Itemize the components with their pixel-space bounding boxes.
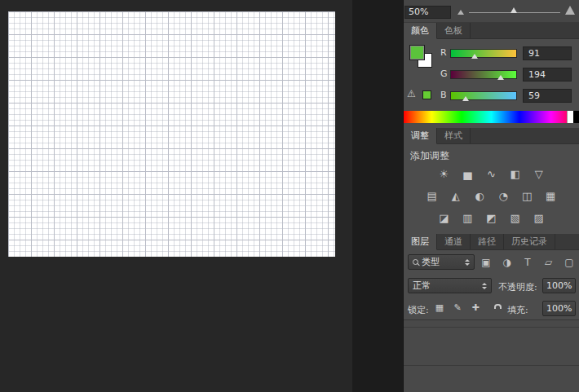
filter-shape-layers-icon[interactable]: ▱ xyxy=(541,257,556,268)
channel-mixer-icon[interactable]: ◫ xyxy=(520,190,533,203)
color-lookup-icon[interactable]: ▦ xyxy=(544,190,557,203)
layers-list[interactable] xyxy=(404,319,579,392)
blend-mode-value: 正常 xyxy=(413,280,479,292)
filter-search-icon xyxy=(413,259,418,265)
color-panel-tabbar: 颜色 色板 xyxy=(404,23,579,39)
hue-saturation-icon[interactable]: ▤ xyxy=(426,190,439,203)
channel-slider-thumb[interactable] xyxy=(471,54,478,59)
opacity-field[interactable]: 100% xyxy=(542,278,576,293)
tab-swatches[interactable]: 色板 xyxy=(437,23,471,38)
fill-label: 填充: xyxy=(507,304,528,316)
zoom-in-icon[interactable] xyxy=(565,6,575,15)
curves-icon[interactable]: ∿ xyxy=(485,168,498,181)
black-white-icon[interactable]: ◐ xyxy=(473,190,486,203)
lock-icon-group: ▦ ✎ ✚ xyxy=(434,301,499,315)
color-balance-icon[interactable]: ◭ xyxy=(449,190,462,203)
spectrum-white-swatch[interactable] xyxy=(567,111,573,123)
opacity-label: 不透明度: xyxy=(498,281,537,293)
filter-adjustment-layers-icon[interactable]: ◑ xyxy=(500,257,515,268)
zoom-slider-thumb[interactable] xyxy=(510,7,517,13)
lock-move-icon[interactable]: ✚ xyxy=(470,302,481,313)
document-canvas[interactable] xyxy=(8,11,335,257)
channel-slider[interactable] xyxy=(450,49,517,58)
channel-value-b[interactable]: 59 xyxy=(523,89,572,103)
fill-field[interactable]: 100% xyxy=(542,301,576,316)
channel-slider[interactable] xyxy=(450,70,517,79)
zoom-value-field[interactable]: 50% xyxy=(404,6,451,19)
websafe-swatch[interactable] xyxy=(422,90,431,99)
blend-mode-dropdown[interactable]: 正常 xyxy=(408,278,492,293)
threshold-icon[interactable]: ◩ xyxy=(485,212,498,225)
adjustment-icon-row: ◪ ▥ ◩ ▧ ▨ xyxy=(404,209,579,224)
foreground-swatch[interactable] xyxy=(409,45,425,60)
tab-history[interactable]: 历史记录 xyxy=(504,234,555,249)
lock-label: 锁定: xyxy=(408,304,429,316)
chevron-updown-icon xyxy=(465,259,470,266)
vibrance-icon[interactable]: ▽ xyxy=(533,168,546,181)
exposure-icon[interactable]: ◧ xyxy=(509,168,522,181)
filter-pixel-layers-icon[interactable]: ▣ xyxy=(479,257,493,268)
chevron-updown-icon xyxy=(482,283,487,289)
color-spectrum-ramp[interactable] xyxy=(404,111,579,123)
tab-color[interactable]: 颜色 xyxy=(404,23,437,39)
layer-filter-dropdown[interactable]: 类型 xyxy=(408,254,475,270)
channel-value-g[interactable]: 194 xyxy=(523,68,572,81)
zoom-out-icon[interactable] xyxy=(457,10,464,15)
navigator-zoom-bar: 50% xyxy=(404,0,579,23)
tab-channels[interactable]: 通道 xyxy=(437,234,471,249)
layer-row-divider xyxy=(404,327,579,328)
filter-smart-objects-icon[interactable]: ▢ xyxy=(562,257,577,268)
layer-filter-value: 类型 xyxy=(422,256,462,268)
posterize-icon[interactable]: ▥ xyxy=(461,212,474,225)
adjustment-icon-row: ▤ ◭ ◐ ◔ ◫ ▦ xyxy=(404,187,579,202)
lock-paint-icon[interactable]: ✎ xyxy=(452,302,463,313)
adjustment-icon-row: ☀ ▅ ∿ ◧ ▽ xyxy=(404,165,579,180)
gamut-warning-icon[interactable]: ⚠ xyxy=(407,88,416,99)
channel-label-b: B xyxy=(440,89,450,102)
adjustments-panel-tabbar: 调整 样式 xyxy=(404,128,579,144)
channel-slider-thumb[interactable] xyxy=(462,96,469,101)
layer-filter-icon-group: ▣ ◑ T ▱ ▢ xyxy=(479,254,577,271)
tab-adjustments[interactable]: 调整 xyxy=(404,128,437,144)
channel-label-g: G xyxy=(440,68,450,81)
filter-type-layers-icon[interactable]: T xyxy=(520,257,535,268)
photo-filter-icon[interactable]: ◔ xyxy=(497,190,510,203)
channel-value-r[interactable]: 91 xyxy=(523,46,572,60)
channel-slider-thumb[interactable] xyxy=(497,75,504,80)
tab-layers[interactable]: 图层 xyxy=(404,234,437,250)
channel-slider[interactable] xyxy=(450,91,517,100)
selective-color-icon[interactable]: ▨ xyxy=(533,212,546,225)
layers-panel-tabbar: 图层 通道 路径 历史记录 xyxy=(404,234,579,250)
canvas-workspace[interactable] xyxy=(0,0,352,392)
add-adjustment-label: 添加调整 xyxy=(410,149,449,163)
gradient-map-icon[interactable]: ▧ xyxy=(509,212,522,225)
tab-paths[interactable]: 路径 xyxy=(471,234,504,249)
lock-transparency-icon[interactable]: ▦ xyxy=(434,302,445,313)
invert-icon[interactable]: ◪ xyxy=(437,212,450,225)
layer-row-divider xyxy=(404,365,579,366)
levels-icon[interactable]: ▅ xyxy=(461,168,474,181)
tab-styles[interactable]: 样式 xyxy=(437,128,471,143)
spectrum-black-swatch[interactable] xyxy=(573,111,579,123)
channel-label-r: R xyxy=(440,46,450,59)
brightness-contrast-icon[interactable]: ☀ xyxy=(437,168,450,181)
right-panel-dock: 50% 颜色 色板 R 91 G 194 ⚠ B 59 调整 样式 添加调整 ☀… xyxy=(403,0,579,392)
